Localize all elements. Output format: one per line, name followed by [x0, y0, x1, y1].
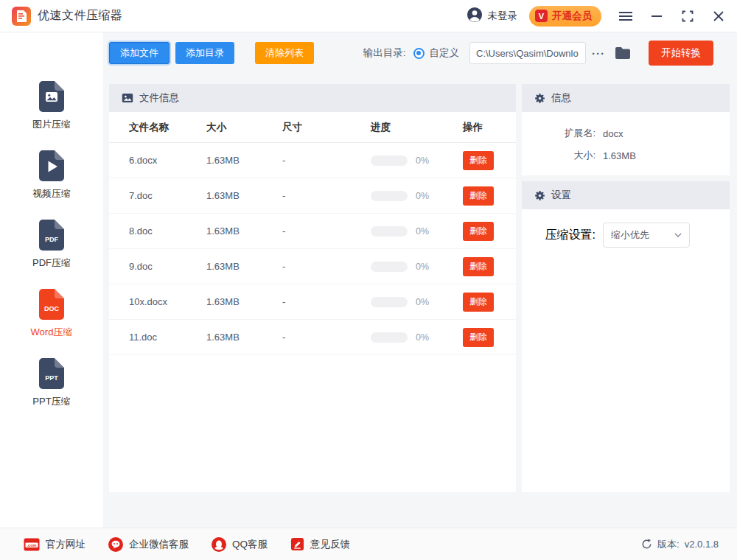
minimize-button[interactable]	[650, 10, 663, 23]
table-row[interactable]: 11.doc 1.63MB - 0% 删除	[109, 320, 516, 355]
settings-panel: 设置 压缩设置: 缩小优先	[522, 181, 730, 492]
file-dimension: -	[282, 190, 371, 201]
delete-button[interactable]: 删除	[463, 257, 494, 276]
user-avatar-icon	[467, 7, 483, 26]
col-progress: 进度	[371, 121, 463, 134]
progress-bar	[371, 332, 408, 343]
ppt-file-icon: PPT	[38, 358, 66, 389]
delete-button[interactable]: 删除	[463, 328, 494, 347]
titlebar-right: 未登录 V 开通会员	[467, 6, 726, 27]
size-label: 大小:	[522, 149, 595, 162]
sidebar-item-pdf-compress[interactable]: PDF PDF压缩	[0, 220, 103, 270]
table-row[interactable]: 10x.docx 1.63MB - 0% 删除	[109, 284, 516, 320]
feedback-link[interactable]: 意见反馈	[290, 537, 350, 551]
file-size: 1.63MB	[206, 190, 282, 201]
table-row[interactable]: 7.doc 1.63MB - 0% 删除	[109, 178, 516, 214]
official-website-link[interactable]: .com 官方网址	[24, 538, 85, 551]
sidebar-item-label: PDF压缩	[32, 256, 71, 270]
file-panel-title: 文件信息	[139, 91, 179, 105]
col-action: 操作	[463, 121, 516, 134]
info-panel-header: 信息	[522, 84, 730, 112]
file-name: 8.doc	[129, 225, 206, 237]
sidebar-item-label: 视频压缩	[32, 187, 71, 200]
file-dimension: -	[282, 296, 371, 307]
info-panel-title: 信息	[551, 91, 571, 105]
check-update-icon[interactable]	[641, 539, 652, 550]
file-size: 1.63MB	[206, 296, 282, 307]
progress-bar	[371, 262, 408, 272]
start-convert-button[interactable]: 开始转换	[649, 41, 713, 66]
table-row[interactable]: 8.doc 1.63MB - 0% 删除	[109, 214, 516, 249]
titlebar: 优速文件压缩器 未登录 V 开通会员	[0, 0, 737, 32]
vip-button[interactable]: V 开通会员	[529, 6, 601, 27]
close-button[interactable]	[712, 10, 725, 23]
file-panel-header: 文件信息	[109, 84, 516, 112]
file-name: 7.doc	[129, 190, 206, 201]
qq-support-link[interactable]: QQ客服	[212, 537, 268, 552]
clear-list-button[interactable]: 清除列表	[255, 42, 314, 64]
file-dimension: -	[282, 155, 371, 166]
delete-button[interactable]: 删除	[463, 186, 494, 206]
svg-text:DOC: DOC	[44, 305, 60, 312]
file-dimension: -	[282, 332, 371, 343]
file-size: 1.63MB	[206, 332, 282, 343]
wechat-support-link[interactable]: 企业微信客服	[108, 537, 189, 552]
footer-link-label: 官方网址	[46, 538, 85, 551]
compress-mode-select[interactable]: 缩小优先	[603, 223, 690, 248]
compress-mode-value: 缩小优先	[611, 228, 649, 242]
qq-icon	[212, 537, 226, 552]
svg-text:PPT: PPT	[45, 374, 58, 382]
progress-bar	[371, 155, 408, 166]
output-path-input[interactable]	[469, 42, 586, 64]
file-size: 1.63MB	[206, 225, 282, 237]
svg-text:PDF: PDF	[45, 236, 59, 243]
pdf-file-icon: PDF	[38, 220, 66, 251]
custom-radio-label: 自定义	[430, 46, 460, 60]
toolbar: 添加文件 添加目录 清除列表 输出目录: 自定义 ··· 开始转换	[109, 41, 713, 66]
login-status: 未登录	[488, 10, 518, 23]
compress-setting-label: 压缩设置:	[522, 228, 595, 243]
login-area[interactable]: 未登录	[467, 7, 518, 26]
picture-icon	[122, 92, 133, 104]
sidebar-item-ppt-compress[interactable]: PPT PPT压缩	[0, 358, 103, 408]
sidebar-item-word-compress[interactable]: DOC Word压缩	[0, 289, 103, 339]
progress-value: 0%	[416, 155, 429, 166]
browse-more-button[interactable]: ···	[592, 47, 605, 60]
table-row[interactable]: 6.docx 1.63MB - 0% 删除	[109, 143, 516, 178]
menu-button[interactable]	[619, 10, 632, 23]
output-dir-label: 输出目录:	[363, 46, 406, 60]
footer-link-label: 意见反馈	[310, 538, 350, 551]
delete-button[interactable]: 删除	[463, 222, 494, 241]
progress-value: 0%	[416, 262, 429, 272]
open-folder-button[interactable]	[615, 46, 631, 60]
sidebar-item-video-compress[interactable]: 视频压缩	[0, 150, 103, 200]
radio-selected-icon	[413, 48, 425, 59]
delete-button[interactable]: 删除	[463, 151, 494, 170]
app-logo-icon	[12, 7, 31, 26]
maximize-button[interactable]	[681, 10, 694, 23]
vip-badge-icon: V	[535, 10, 548, 22]
table-row[interactable]: 9.doc 1.63MB - 0% 删除	[109, 249, 516, 284]
file-size: 1.63MB	[206, 261, 282, 272]
version-value: v2.0.1.8	[685, 539, 719, 550]
file-name: 9.doc	[129, 261, 206, 272]
add-file-button[interactable]: 添加文件	[109, 42, 170, 64]
sidebar-item-image-compress[interactable]: 图片压缩	[0, 81, 103, 131]
video-file-icon	[38, 150, 66, 181]
progress-value: 0%	[416, 332, 429, 343]
extension-value: docx	[603, 128, 623, 139]
progress-bar	[371, 191, 408, 201]
delete-button[interactable]: 删除	[463, 293, 494, 312]
doc-file-icon: DOC	[38, 289, 66, 320]
chevron-down-icon	[674, 233, 682, 237]
feedback-icon	[290, 537, 304, 551]
col-file-name: 文件名称	[129, 121, 206, 134]
progress-value: 0%	[416, 297, 429, 307]
file-info-panel: 文件信息 文件名称 大小 尺寸 进度 操作 6.docx 1.63MB - 0%…	[109, 84, 516, 492]
custom-radio[interactable]: 自定义	[413, 46, 460, 60]
vip-button-label: 开通会员	[552, 10, 592, 23]
file-size: 1.63MB	[206, 155, 282, 166]
image-file-icon	[38, 81, 66, 112]
add-directory-button[interactable]: 添加目录	[175, 42, 234, 64]
file-dimension: -	[282, 261, 371, 272]
